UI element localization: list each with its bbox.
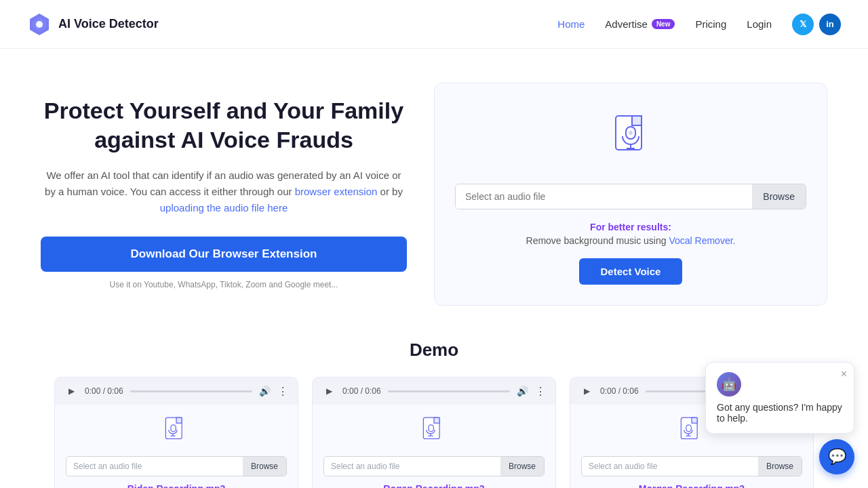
chat-message: Got any questions? I'm happy to help. bbox=[717, 402, 843, 424]
progress-bar-0[interactable] bbox=[130, 390, 252, 392]
more-icon-1[interactable]: ⋮ bbox=[535, 385, 546, 398]
chat-widget: × 🤖 Got any questions? I'm happy to help… bbox=[705, 362, 854, 474]
vocal-remover-link[interactable]: Vocal Remover. bbox=[669, 235, 735, 246]
detect-voice-button[interactable]: Detect Voice bbox=[579, 258, 683, 285]
upload-link[interactable]: uploading the audio file here bbox=[160, 202, 288, 214]
header: AI Voice Detector Home Advertise New Pri… bbox=[0, 0, 868, 49]
main-nav: Home Advertise New Pricing Login 𝕏 in bbox=[557, 14, 841, 35]
play-button-0[interactable]: ▶ bbox=[64, 384, 78, 398]
chat-bubble: × 🤖 Got any questions? I'm happy to help… bbox=[705, 362, 854, 434]
usage-hint: Use it on Youtube, WhatsApp, Tiktok, Zoo… bbox=[41, 280, 407, 289]
demo-filename-1: Rogan Recording.mp3 bbox=[383, 483, 484, 488]
nav-pricing[interactable]: Pricing bbox=[695, 18, 726, 30]
volume-icon-1[interactable]: 🔊 bbox=[517, 386, 528, 396]
svg-point-8 bbox=[629, 131, 633, 135]
linkedin-button[interactable]: in bbox=[819, 14, 841, 35]
demo-filename-0: Biden Recording.mp3 bbox=[127, 483, 226, 488]
svg-rect-4 bbox=[632, 116, 642, 125]
upload-widget: Browse For better results: Remove backgr… bbox=[434, 83, 827, 306]
upload-icon-area bbox=[597, 104, 665, 171]
play-button-2[interactable]: ▶ bbox=[580, 384, 593, 398]
demo-card-body-0: Select an audio file Browse Biden Record… bbox=[55, 405, 298, 488]
browser-extension-link[interactable]: browser extension bbox=[295, 186, 378, 197]
better-results-text: Remove background music using Vocal Remo… bbox=[526, 235, 736, 246]
left-panel: Protect Yourself and Your Family against… bbox=[41, 83, 407, 289]
logo-area[interactable]: AI Voice Detector bbox=[27, 12, 159, 37]
social-icons: 𝕏 in bbox=[792, 14, 841, 35]
chat-close-button[interactable]: × bbox=[841, 368, 847, 380]
progress-bar-1[interactable] bbox=[388, 390, 510, 392]
hero-subtitle: We offer an AI tool that can identify if… bbox=[41, 167, 407, 216]
time-display-0: 0:00 / 0:06 bbox=[85, 386, 123, 396]
demo-file-text-1: Select an audio file bbox=[324, 457, 500, 476]
svg-rect-15 bbox=[434, 418, 439, 423]
demo-filename-2: Morgan Recording.mp3 bbox=[639, 483, 745, 488]
demo-file-row-1: Select an audio file Browse bbox=[323, 456, 545, 476]
demo-card-1: ▶ 0:00 / 0:06 🔊 ⋮ bbox=[312, 377, 556, 488]
file-input[interactable] bbox=[456, 184, 752, 209]
demo-file-icon-2 bbox=[675, 415, 709, 449]
file-input-row: Browse bbox=[455, 184, 806, 209]
nav-login[interactable]: Login bbox=[747, 18, 772, 30]
time-display-2: 0:00 / 0:06 bbox=[600, 386, 639, 396]
demo-title: Demo bbox=[41, 340, 827, 361]
better-results-section: For better results: Remove background mu… bbox=[526, 222, 736, 246]
browse-button[interactable]: Browse bbox=[752, 184, 806, 209]
chat-avatar-row: 🤖 bbox=[717, 372, 843, 396]
demo-card-0: ▶ 0:00 / 0:06 🔊 ⋮ bbox=[54, 377, 298, 488]
audio-player-0: ▶ 0:00 / 0:06 🔊 ⋮ bbox=[55, 378, 298, 405]
demo-card-body-1: Select an audio file Browse Rogan Record… bbox=[313, 405, 555, 488]
chat-avatar: 🤖 bbox=[717, 372, 741, 396]
volume-icon-0[interactable]: 🔊 bbox=[259, 386, 271, 396]
demo-browse-btn-0[interactable]: Browse bbox=[243, 457, 286, 476]
chat-open-button[interactable]: 💬 bbox=[819, 439, 854, 474]
advertise-badge-new: New bbox=[652, 19, 675, 29]
mic-file-icon bbox=[604, 110, 658, 165]
hero-title: Protect Yourself and Your Family against… bbox=[41, 96, 407, 154]
nav-advertise[interactable]: Advertise New bbox=[605, 18, 675, 30]
nav-home[interactable]: Home bbox=[557, 18, 585, 30]
demo-file-icon-1 bbox=[417, 415, 451, 449]
demo-browse-btn-1[interactable]: Browse bbox=[500, 457, 544, 476]
demo-file-row-0: Select an audio file Browse bbox=[66, 456, 287, 476]
time-display-1: 0:00 / 0:06 bbox=[342, 386, 381, 396]
twitter-button[interactable]: 𝕏 bbox=[792, 14, 814, 35]
demo-file-icon-0 bbox=[159, 415, 193, 449]
svg-rect-20 bbox=[692, 418, 697, 423]
play-button-1[interactable]: ▶ bbox=[322, 384, 336, 398]
demo-file-text-0: Select an audio file bbox=[66, 457, 243, 476]
audio-player-1: ▶ 0:00 / 0:06 🔊 ⋮ bbox=[313, 378, 555, 405]
more-icon-0[interactable]: ⋮ bbox=[277, 385, 288, 398]
better-results-title: For better results: bbox=[526, 222, 736, 232]
nav-advertise-link[interactable]: Advertise bbox=[605, 18, 648, 30]
download-extension-button[interactable]: Download Our Browser Extension bbox=[41, 237, 407, 272]
logo-text: AI Voice Detector bbox=[58, 17, 159, 31]
logo-icon bbox=[27, 12, 52, 37]
main-section: Protect Yourself and Your Family against… bbox=[0, 49, 868, 333]
svg-rect-10 bbox=[176, 418, 182, 423]
svg-point-2 bbox=[36, 21, 43, 28]
